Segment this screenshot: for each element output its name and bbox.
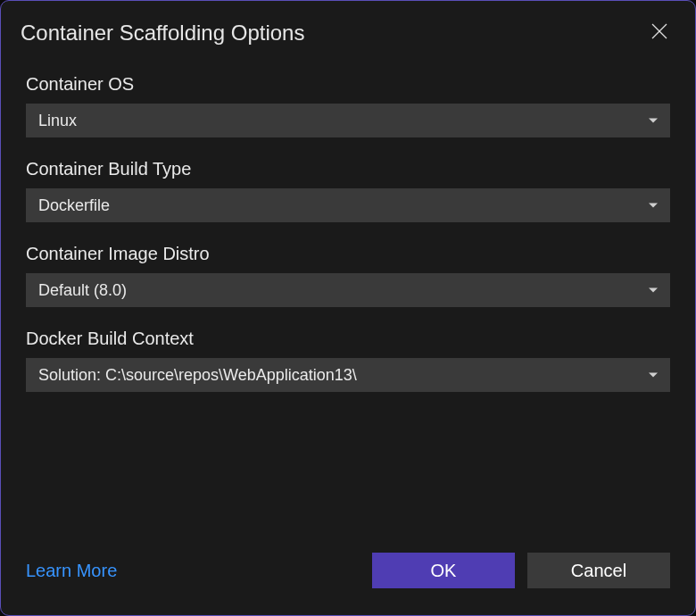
titlebar: Container Scaffolding Options (1, 1, 695, 56)
build-type-label: Container Build Type (26, 159, 670, 179)
dialog-content: Container OS Linux Container Build Type … (1, 56, 695, 553)
field-build-context: Docker Build Context Solution: C:\source… (26, 329, 670, 392)
field-container-os: Container OS Linux (26, 74, 670, 137)
build-context-select[interactable]: Solution: C:\source\repos\WebApplication… (26, 358, 670, 392)
cancel-button[interactable]: Cancel (527, 553, 670, 588)
container-scaffolding-dialog: Container Scaffolding Options Container … (0, 0, 696, 616)
close-button[interactable] (643, 17, 675, 49)
container-os-value: Linux (38, 112, 77, 130)
image-distro-value: Default (8.0) (38, 281, 127, 300)
container-os-label: Container OS (26, 74, 670, 95)
field-build-type: Container Build Type Dockerfile (26, 159, 670, 222)
close-icon (651, 23, 667, 43)
button-row: OK Cancel (372, 553, 670, 588)
chevron-down-icon (649, 204, 658, 208)
build-context-value: Solution: C:\source\repos\WebApplication… (38, 366, 357, 385)
field-image-distro: Container Image Distro Default (8.0) (26, 244, 670, 307)
build-type-value: Dockerfile (38, 196, 110, 215)
image-distro-label: Container Image Distro (26, 244, 670, 264)
build-type-select[interactable]: Dockerfile (26, 188, 670, 222)
chevron-down-icon (649, 119, 658, 123)
learn-more-link[interactable]: Learn More (26, 561, 117, 581)
chevron-down-icon (649, 288, 658, 293)
build-context-label: Docker Build Context (26, 329, 670, 349)
ok-button[interactable]: OK (372, 553, 515, 588)
dialog-title: Container Scaffolding Options (21, 21, 304, 46)
chevron-down-icon (649, 373, 658, 378)
container-os-select[interactable]: Linux (26, 104, 670, 137)
image-distro-select[interactable]: Default (8.0) (26, 273, 670, 307)
dialog-footer: Learn More OK Cancel (1, 553, 695, 615)
